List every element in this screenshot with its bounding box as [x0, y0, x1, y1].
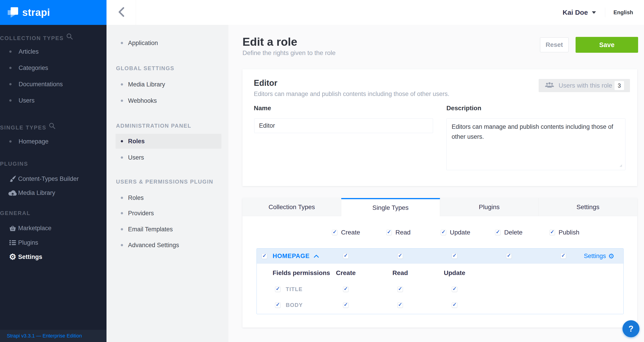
settings-nav-item-application[interactable]: Application — [116, 40, 158, 46]
brand-name: strapi — [22, 7, 50, 18]
help-button[interactable]: ? — [622, 320, 640, 337]
settings-nav-item-email-templates[interactable]: Email Templates — [116, 226, 173, 233]
search-icon[interactable] — [66, 35, 73, 41]
body-field-checkbox[interactable] — [275, 302, 280, 308]
settings-nav-item-webhooks[interactable]: Webhooks — [116, 97, 157, 104]
content-type-row-homepage: HOMEPAGE — [257, 249, 624, 264]
bullet-icon — [121, 157, 123, 159]
bullet-icon — [9, 140, 12, 143]
create-label: Create — [341, 229, 360, 236]
sidebar-item-label: Categories — [18, 64, 48, 72]
body-create-checkbox[interactable] — [343, 302, 348, 308]
users-with-role-button[interactable]: Users with this role 3 — [539, 79, 630, 92]
sidebar-item-label: Homepage — [18, 138, 48, 145]
global-action-publish: Publish — [550, 229, 580, 236]
description-textarea[interactable]: Editors can manage and publish contents … — [446, 118, 626, 170]
title-read-checkbox[interactable] — [398, 287, 403, 292]
homepage-delete-checkbox[interactable] — [506, 253, 512, 259]
sidebar-item-plugins[interactable]: Plugins — [7, 239, 100, 246]
settings-nav-item-users-admin[interactable]: Users — [116, 154, 144, 161]
settings-nav-item-providers[interactable]: Providers — [116, 210, 154, 217]
chevron-up-icon[interactable] — [314, 255, 319, 258]
tab-collection-types[interactable]: Collection Types — [242, 198, 341, 216]
content-type-settings-link[interactable]: Settings ⚙ — [584, 249, 614, 264]
nav-item-label: Providers — [128, 210, 154, 217]
name-label: Name — [254, 105, 271, 112]
section-header-collection-types: COLLECTION TYPES — [0, 33, 73, 41]
gear-icon: ⚙ — [608, 253, 614, 260]
title-field-label: TITLE — [286, 286, 302, 293]
bullet-icon — [9, 67, 12, 69]
bullet-icon — [9, 83, 12, 85]
reset-button[interactable]: Reset — [540, 37, 568, 52]
save-button[interactable]: Save — [576, 37, 638, 53]
sidebar-item-documentations[interactable]: Documentations — [7, 81, 100, 88]
sidebar-item-label: Users — [18, 97, 35, 104]
settings-nav-item-advanced-settings[interactable]: Advanced Settings — [116, 242, 179, 249]
title-field-checkbox[interactable] — [275, 287, 280, 292]
read-checkbox[interactable] — [386, 230, 392, 235]
create-checkbox[interactable] — [332, 230, 338, 235]
delete-checkbox[interactable] — [495, 230, 500, 235]
strapi-logo[interactable]: strapi — [0, 0, 106, 25]
search-icon[interactable] — [48, 125, 56, 131]
title-create-checkbox[interactable] — [343, 287, 348, 292]
language-selector[interactable]: English — [614, 9, 633, 16]
caret-down-icon[interactable] — [592, 11, 596, 14]
section-header-label: PLUGINS — [0, 161, 28, 167]
content-type-name[interactable]: HOMEPAGE — [272, 253, 310, 260]
settings-nav-header-administration-panel: ADMINISTRATION PANEL — [116, 123, 191, 129]
main-content: Edit a role Define the rights given to t… — [228, 25, 644, 342]
list-icon — [8, 239, 18, 246]
sidebar-item-users[interactable]: Users — [7, 97, 100, 104]
version-link[interactable]: Strapi v3.3.1 — Enterprise Edition — [7, 333, 82, 339]
tab-settings[interactable]: Settings — [539, 198, 637, 216]
title-update-checkbox[interactable] — [452, 287, 457, 292]
nav-item-label: Roles — [128, 138, 145, 145]
user-area: Kai Doe English — [563, 0, 644, 25]
homepage-publish-checkbox[interactable] — [560, 253, 566, 259]
basket-icon — [8, 224, 18, 232]
sidebar-item-label: Settings — [18, 253, 42, 261]
section-header-label: COLLECTION TYPES — [0, 35, 64, 41]
name-input[interactable] — [254, 118, 433, 133]
settings-nav-header-global-settings: GLOBAL SETTINGS — [116, 65, 174, 72]
sidebar-item-label: Documentations — [18, 81, 63, 88]
settings-nav-header-users-permissions-plugin: USERS & PERMISSIONS PLUGIN — [116, 178, 213, 185]
fields-read-header: Read — [382, 270, 418, 276]
main-sidebar: COLLECTION TYPES Articles Categories Doc… — [0, 0, 106, 342]
bullet-icon — [121, 140, 123, 142]
strapi-logo-icon — [8, 7, 18, 18]
update-checkbox[interactable] — [441, 230, 446, 235]
homepage-read-checkbox[interactable] — [398, 253, 403, 259]
sidebar-item-settings[interactable]: ⚙ Settings — [7, 253, 100, 260]
bullet-icon — [121, 212, 123, 214]
tab-single-types[interactable]: Single Types — [341, 198, 440, 216]
homepage-create-checkbox[interactable] — [343, 253, 348, 259]
description-label: Description — [446, 105, 481, 112]
chevron-left-icon — [118, 7, 124, 18]
section-header-label: GENERAL — [0, 210, 30, 216]
sidebar-item-media-library[interactable]: Media Library — [7, 189, 100, 196]
homepage-checkbox[interactable] — [262, 253, 267, 259]
tab-plugins[interactable]: Plugins — [440, 198, 539, 216]
user-menu[interactable]: Kai Doe — [563, 8, 588, 16]
settings-nav-item-roles-admin[interactable]: Roles — [116, 134, 222, 149]
homepage-update-checkbox[interactable] — [452, 253, 457, 259]
sidebar-item-categories[interactable]: Categories — [7, 64, 100, 71]
global-action-create: Create — [332, 229, 360, 236]
content-type-permissions-container: HOMEPAGE Settings ⚙ Fields permissions C… — [256, 248, 624, 314]
sidebar-item-label: Marketplace — [18, 225, 52, 232]
sidebar-item-articles[interactable]: Articles — [7, 48, 100, 55]
sidebar-item-homepage[interactable]: Homepage — [7, 138, 100, 145]
settings-nav-item-media-library[interactable]: Media Library — [116, 81, 165, 88]
back-button[interactable] — [106, 0, 136, 25]
body-read-checkbox[interactable] — [398, 302, 403, 308]
settings-nav-item-roles-up[interactable]: Roles — [116, 194, 144, 201]
role-name-heading: Editor — [254, 78, 277, 88]
publish-checkbox[interactable] — [550, 230, 555, 235]
sidebar-item-content-types-builder[interactable]: Content-Types Builder — [7, 175, 100, 182]
sidebar-item-marketplace[interactable]: Marketplace — [7, 225, 100, 232]
body-update-checkbox[interactable] — [452, 302, 457, 308]
top-header: Kai Doe English — [106, 0, 644, 25]
